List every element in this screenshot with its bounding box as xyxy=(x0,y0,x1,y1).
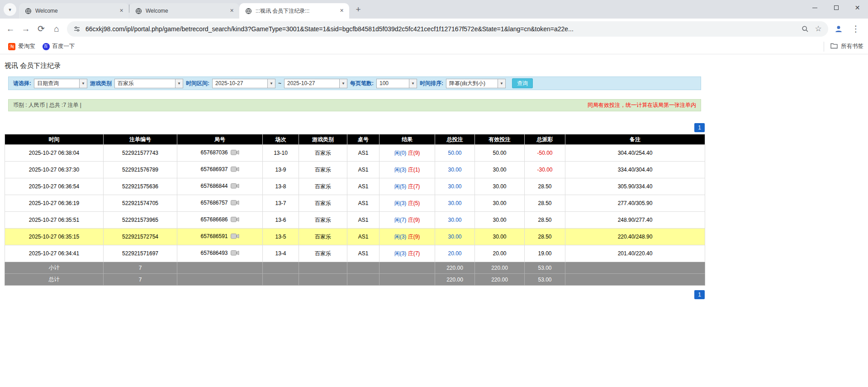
tab-close-icon[interactable]: × xyxy=(338,7,346,15)
cell-round-id: 657687036 xyxy=(177,145,263,162)
maximize-button[interactable] xyxy=(825,0,847,15)
cell-result: 闲(3) 庄(1) xyxy=(379,162,435,178)
video-replay-icon[interactable] xyxy=(231,250,239,257)
cell-note: 334.40/304.40 xyxy=(565,162,705,178)
cell-total-bet[interactable]: 50.00 xyxy=(435,145,475,162)
summary-count: 7 xyxy=(104,262,177,274)
chevron-down-icon[interactable]: ▼ xyxy=(339,79,347,88)
cell-game-type: 百家乐 xyxy=(299,245,347,262)
video-replay-icon[interactable] xyxy=(231,183,239,190)
cell-total-bet[interactable]: 30.00 xyxy=(435,195,475,212)
summary-total-bet: 220.00 xyxy=(435,274,475,286)
browser-toolbar: ← → ⟳ ⌂ 66cxkj98.com/ipl/portal.php/game… xyxy=(0,19,868,39)
cell-game-type: 百家乐 xyxy=(299,145,347,162)
column-header: 游戏类别 xyxy=(299,134,347,145)
tab-search-button[interactable]: ▾ xyxy=(4,3,16,16)
site-settings-tune-icon[interactable] xyxy=(72,24,81,33)
cell-table-id: AS1 xyxy=(347,178,379,195)
cell-result: 闲(3) 庄(9) xyxy=(379,229,435,245)
summary-row: 总计7220.00220.0053.00 xyxy=(5,274,705,286)
video-replay-icon[interactable] xyxy=(231,149,239,157)
cell-round-id: 657686757 xyxy=(177,195,263,212)
tab-betrecord-active[interactable]: :::视讯 会员下注纪录::: × xyxy=(239,3,349,19)
query-button[interactable]: 查询 xyxy=(512,78,533,88)
tab-welcome-1[interactable]: Welcome × xyxy=(19,3,129,19)
summary-label: 总计 xyxy=(5,274,104,286)
summary-valid-bet: 220.00 xyxy=(475,274,525,286)
cell-game-type: 百家乐 xyxy=(299,229,347,245)
back-icon[interactable]: ← xyxy=(3,21,18,37)
cell-total-bet[interactable]: 30.00 xyxy=(435,162,475,178)
date-range-label: 时间区间: xyxy=(186,80,209,87)
tab-close-icon[interactable]: × xyxy=(228,7,236,15)
chevron-down-icon[interactable]: ▼ xyxy=(498,79,505,88)
menu-kebab-icon[interactable]: ⋮ xyxy=(848,21,863,37)
cell-table-id: AS1 xyxy=(347,145,379,162)
bookmark-label: 爱淘宝 xyxy=(18,43,35,50)
chevron-down-icon[interactable]: ▼ xyxy=(409,79,417,88)
cell-valid-bet: 30.00 xyxy=(475,178,525,195)
date-from-select[interactable]: 2025-10-27 ▼ xyxy=(212,79,275,88)
cell-valid-bet: 30.00 xyxy=(475,229,525,245)
video-replay-icon[interactable] xyxy=(231,233,239,240)
cell-time: 2025-10-27 06:36:54 xyxy=(5,178,104,195)
all-bookmarks-button[interactable]: 所有书签 xyxy=(824,42,863,52)
cell-total-bet[interactable]: 30.00 xyxy=(435,212,475,229)
cell-result: 闲(3) 庄(7) xyxy=(379,245,435,262)
chevron-down-icon[interactable]: ▼ xyxy=(175,79,183,88)
cell-table-id: AS1 xyxy=(347,195,379,212)
cell-payout: 19.00 xyxy=(525,245,565,262)
cell-result: 闲(7) 庄(9) xyxy=(379,212,435,229)
chevron-down-icon[interactable]: ▼ xyxy=(267,79,275,88)
date-to-select[interactable]: 2025-10-27 ▼ xyxy=(284,79,347,88)
cell-total-bet[interactable]: 30.00 xyxy=(435,178,475,195)
tab-close-icon[interactable]: × xyxy=(118,7,125,15)
page-number-button[interactable]: 1 xyxy=(694,290,705,299)
currency-summary-text: 币别 : 人民币 | 总共 :7 注单 | xyxy=(13,101,81,109)
cell-note: 220.40/248.90 xyxy=(565,229,705,245)
minimize-button[interactable] xyxy=(804,0,825,15)
forward-icon[interactable]: → xyxy=(18,21,33,37)
filter-bar: 请选择: 日期查询 ▼ 游戏类别 百家乐 ▼ 时间区间: 2025-10-27 … xyxy=(8,76,701,90)
cell-session: 13-6 xyxy=(263,212,299,229)
page-size-label: 每页笔数: xyxy=(350,80,374,87)
cell-bet-id: 522921577743 xyxy=(104,145,177,162)
new-tab-button[interactable]: + xyxy=(352,3,365,16)
page-size-select[interactable]: 100 ▼ xyxy=(376,79,417,88)
bookmark-baidu[interactable]: 百 百度一下 xyxy=(39,41,79,52)
query-type-select[interactable]: 日期查询 ▼ xyxy=(34,79,87,88)
globe-icon xyxy=(135,7,142,14)
cell-valid-bet: 20.00 xyxy=(475,245,525,262)
refresh-icon[interactable]: ⟳ xyxy=(33,21,49,37)
close-button[interactable]: ✕ xyxy=(847,0,868,15)
cell-round-id: 657686686 xyxy=(177,212,263,229)
video-replay-icon[interactable] xyxy=(231,200,239,207)
video-replay-icon[interactable] xyxy=(231,216,239,224)
cell-game-type: 百家乐 xyxy=(299,212,347,229)
url-text[interactable]: 66cxkj98.com/ipl/portal.php/game/betreco… xyxy=(85,25,797,33)
profile-avatar-icon[interactable] xyxy=(831,21,846,37)
table-row: 2025-10-27 06:35:15522921572754657686591… xyxy=(5,229,705,245)
game-type-select[interactable]: 百家乐 ▼ xyxy=(114,79,183,88)
address-bar[interactable]: 66cxkj98.com/ipl/portal.php/game/betreco… xyxy=(67,21,828,37)
video-replay-icon[interactable] xyxy=(231,166,239,173)
bookmark-star-icon[interactable]: ☆ xyxy=(814,24,823,33)
cell-payout: 28.50 xyxy=(525,178,565,195)
taobao-icon: 淘 xyxy=(8,43,15,50)
table-row: 2025-10-27 06:36:19522921574705657686757… xyxy=(5,195,705,212)
cell-note: 248.90/277.40 xyxy=(565,212,705,229)
tab-welcome-2[interactable]: Welcome × xyxy=(129,3,239,19)
bookmark-taobao[interactable]: 淘 爱淘宝 xyxy=(5,41,39,52)
cell-valid-bet: 50.00 xyxy=(475,145,525,162)
tab-title: :::视讯 会员下注纪录::: xyxy=(256,7,334,15)
cell-time: 2025-10-27 06:35:15 xyxy=(5,229,104,245)
cell-total-bet[interactable]: 20.00 xyxy=(435,245,475,262)
home-icon[interactable]: ⌂ xyxy=(49,21,64,37)
page-number-button[interactable]: 1 xyxy=(694,123,705,132)
zoom-icon[interactable] xyxy=(801,24,810,33)
cell-valid-bet: 30.00 xyxy=(475,195,525,212)
cell-total-bet[interactable]: 30.00 xyxy=(435,229,475,245)
summary-count: 7 xyxy=(104,274,177,286)
chevron-down-icon[interactable]: ▼ xyxy=(79,79,87,88)
sort-select[interactable]: 降幂(由大到小) ▼ xyxy=(446,79,506,88)
